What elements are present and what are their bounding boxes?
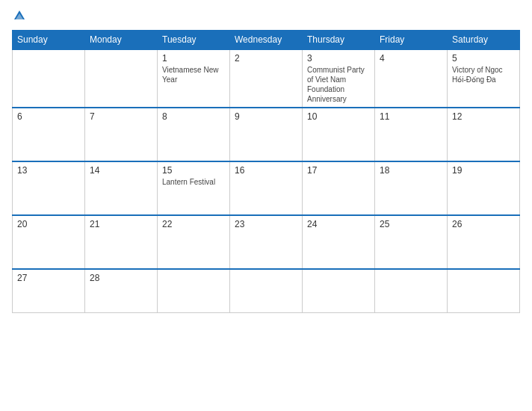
day-number: 3 [307,53,370,64]
calendar-cell: 28 [85,269,158,312]
weekday-header-friday: Friday [375,31,448,50]
calendar-cell: 21 [85,215,158,269]
calendar-cell [303,269,375,312]
day-number: 21 [90,219,152,229]
calendar-cell: 26 [448,215,520,269]
calendar-cell: 25 [375,215,448,269]
day-number: 17 [307,165,370,176]
calendar-cell [158,269,230,312]
weekday-header-saturday: Saturday [448,31,520,50]
day-number: 2 [235,53,297,64]
day-number: 12 [452,111,515,122]
calendar-cell: 8 [158,108,230,161]
day-number: 4 [380,53,442,64]
event-text: Vietnamese New Year [162,66,218,84]
calendar-cell [13,49,85,108]
day-number: 11 [380,111,442,122]
calendar-cell: 14 [85,161,158,215]
calendar-cell: 13 [13,161,85,215]
calendar-cell: 7 [85,108,158,161]
calendar-cell: 23 [230,215,303,269]
calendar-cell: 5Victory of Ngoc Hồi-Đống Đa [448,49,520,108]
day-number: 20 [17,219,80,229]
weekday-header-monday: Monday [85,31,158,50]
day-number: 10 [307,111,370,122]
calendar-cell: 12 [448,108,520,161]
day-number: 15 [162,165,225,176]
day-number: 28 [90,273,152,283]
calendar-cell: 10 [303,108,375,161]
weekday-header-sunday: Sunday [13,31,85,50]
calendar-cell: 22 [158,215,230,269]
weekday-header-wednesday: Wednesday [230,31,303,50]
day-number: 25 [380,219,442,229]
day-number: 9 [235,111,297,122]
weekday-header-tuesday: Tuesday [158,31,230,50]
calendar-cell: 3Communist Party of Viet Nam Foundation … [303,49,375,108]
day-number: 24 [307,219,370,229]
calendar-cell [85,49,158,108]
calendar-week-row: 1Vietnamese New Year23Communist Party of… [13,49,520,108]
calendar-cell: 11 [375,108,448,161]
calendar-cell: 19 [448,161,520,215]
day-number: 23 [235,219,297,229]
calendar-cell: 6 [13,108,85,161]
calendar-week-row: 2728 [13,269,520,312]
calendar-week-row: 20212223242526 [13,215,520,269]
calendar-cell: 15Lantern Festival [158,161,230,215]
day-number: 7 [90,111,152,122]
weekday-header-thursday: Thursday [303,31,375,50]
day-number: 26 [452,219,515,229]
calendar-week-row: 131415Lantern Festival16171819 [13,161,520,215]
event-text: Communist Party of Viet Nam Foundation A… [307,66,365,103]
calendar-cell [230,269,303,312]
day-number: 22 [162,219,225,229]
calendar-cell [448,269,520,312]
calendar-cell: 16 [230,161,303,215]
page-header [12,9,520,22]
calendar-cell: 24 [303,215,375,269]
calendar-cell: 2 [230,49,303,108]
calendar-week-row: 6789101112 [13,108,520,161]
calendar-page: SundayMondayTuesdayWednesdayThursdayFrid… [0,0,532,411]
day-number: 13 [17,165,80,176]
event-text: Lantern Festival [162,178,215,186]
day-number: 18 [380,165,442,176]
calendar-cell: 17 [303,161,375,215]
logo-icon [13,9,26,22]
calendar-cell [375,269,448,312]
day-number: 14 [90,165,152,176]
calendar-table: SundayMondayTuesdayWednesdayThursdayFrid… [12,30,520,313]
calendar-cell: 1Vietnamese New Year [158,49,230,108]
event-text: Victory of Ngoc Hồi-Đống Đa [452,66,503,84]
logo [12,9,26,22]
calendar-cell: 9 [230,108,303,161]
day-number: 5 [452,53,515,64]
day-number: 1 [162,53,225,64]
calendar-cell: 4 [375,49,448,108]
calendar-cell: 20 [13,215,85,269]
calendar-cell: 18 [375,161,448,215]
day-number: 19 [452,165,515,176]
calendar-cell: 27 [13,269,85,312]
day-number: 27 [17,273,80,283]
day-number: 8 [162,111,225,122]
day-number: 6 [17,111,80,122]
weekday-header-row: SundayMondayTuesdayWednesdayThursdayFrid… [13,31,520,50]
day-number: 16 [235,165,297,176]
